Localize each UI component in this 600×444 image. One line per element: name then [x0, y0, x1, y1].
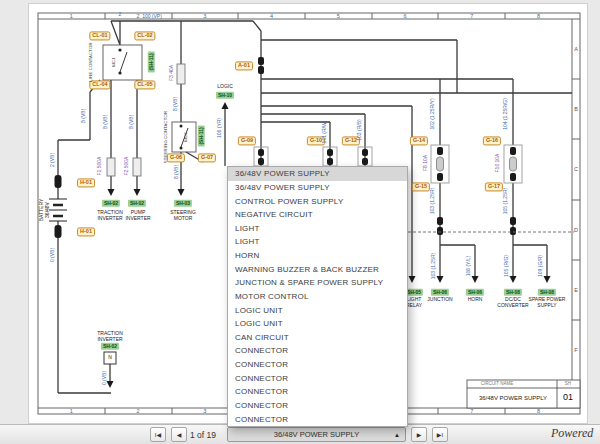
dropdown-item[interactable]: WARNING BUZZER & BACK BUZZER — [228, 262, 407, 276]
dropdown-item[interactable]: CONNECTOR — [228, 385, 407, 399]
last-page-button[interactable]: ▶I — [432, 427, 448, 442]
dropdown-item[interactable]: JUNCTION & SPARE POWER SUPPLY — [228, 276, 407, 290]
dropdown-item[interactable]: HORN — [228, 249, 407, 263]
dropdown-item[interactable]: CONNECTOR — [228, 399, 407, 413]
dropdown-item[interactable]: CONNECTOR — [228, 358, 407, 372]
pdf-viewer: CL-01CL-02CL-04CL-05A-01G-06G-07G-09G-10… — [0, 0, 600, 444]
previous-page-button[interactable]: ◀ — [171, 427, 187, 442]
dropdown-item[interactable]: LIGHT — [228, 222, 407, 236]
dropdown-item[interactable]: CONNECTOR — [228, 344, 407, 358]
viewer-toolbar: I◀ ◀ 1 of 19 36/48V POWER SUPPLY ▲ ▶ ▶I — [0, 424, 600, 444]
dropdown-item[interactable]: LIGHT — [228, 235, 407, 249]
dropdown-item[interactable]: 36/48V POWER SUPPLY — [228, 167, 407, 181]
dropdown-item[interactable]: 36/48V POWER SUPPLY — [228, 181, 407, 195]
dropdown-item[interactable]: LOGIC UNIT — [228, 303, 407, 317]
dropdown-item[interactable]: CONNECTOR — [228, 412, 407, 426]
page-status: 1 of 19 — [190, 430, 216, 440]
dropdown-item[interactable]: LOGIC UNIT — [228, 317, 407, 331]
dropdown-item[interactable]: NEGATIVE CIRCUIT — [228, 208, 407, 222]
next-page-button[interactable]: ▶ — [411, 427, 427, 442]
page-select-value: 36/48V POWER SUPPLY — [274, 430, 359, 439]
chevron-up-icon: ▲ — [394, 432, 400, 438]
first-page-button[interactable]: I◀ — [150, 427, 166, 442]
page-select-control[interactable]: 36/48V POWER SUPPLY ▲ — [227, 427, 406, 442]
dropdown-item[interactable]: CONNECTOR — [228, 371, 407, 385]
page-select-dropdown-list: 36/48V POWER SUPPLY36/48V POWER SUPPLYCO… — [227, 166, 408, 427]
dropdown-item[interactable]: MOTOR CONTROL — [228, 290, 407, 304]
watermark-text: Powered — [551, 426, 593, 441]
dropdown-item[interactable]: CONTROL POWER SUPPLY — [228, 194, 407, 208]
dropdown-item[interactable]: CAN CIRCUIT — [228, 331, 407, 345]
